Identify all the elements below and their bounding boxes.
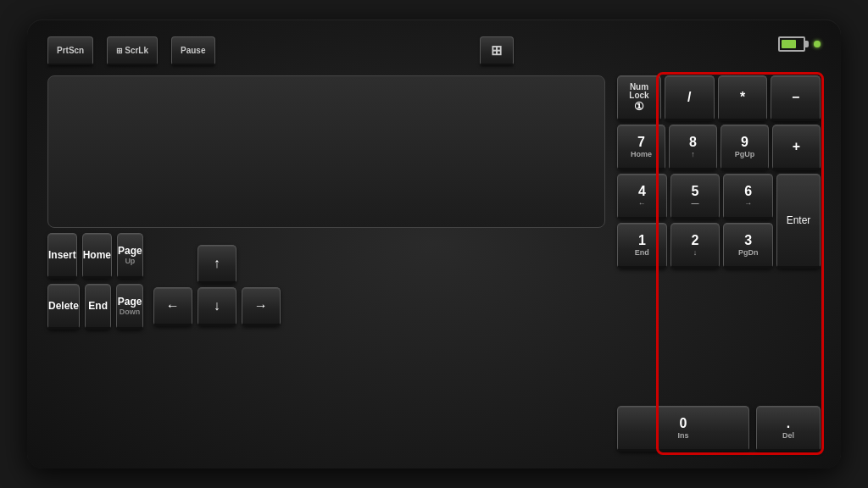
numpad-decimal-key[interactable]: . Del [756,406,821,452]
numpad-multiply-key[interactable]: * [718,75,768,121]
nav-cluster: Insert Home Page Up Delete [47,233,143,330]
numpad-1-key[interactable]: 1 End [617,223,667,269]
top-right-indicators [778,36,821,52]
arrow-keys: ↑ ← ↓ → [153,245,281,330]
numpad-plus-key[interactable]: + [772,125,821,170]
numpad: Num Lock ① / * − 7 Home [617,75,821,452]
numpad-minus-key[interactable]: − [771,75,821,121]
calculator-key[interactable]: ⊞ [480,36,514,65]
numpad-2-key[interactable]: 2 ↓ [670,223,721,269]
insert-key[interactable]: Insert [47,233,77,279]
numpad-zero-row: 0 Ins . Del [617,406,821,452]
home-key[interactable]: Home [82,233,112,279]
pageup-key[interactable]: Page Up [117,233,143,279]
numpad-8-key[interactable]: 8 ↑ [669,125,717,170]
delete-key[interactable]: Delete [47,284,80,330]
numpad-789-row: 7 Home 8 ↑ 9 PgUp + [617,125,821,170]
numpad-4-key[interactable]: 4 ← [617,174,667,219]
numpad-3-key[interactable]: 3 PgDn [723,223,773,269]
numpad-456-row: 4 ← 5 — 6 → [617,174,773,219]
battery-indicator [778,36,805,52]
top-row: PrtScn ⊞ ScrLk Pause ⊞ [47,36,821,70]
power-led [814,41,821,47]
numpad-0-key[interactable]: 0 Ins [617,406,749,452]
top-left-keys: PrtScn ⊞ ScrLk Pause [47,36,215,65]
right-arrow-key[interactable]: → [242,287,281,326]
numpad-divide-key[interactable]: / [665,75,715,121]
pagedown-key[interactable]: Page Down [116,284,142,330]
arrow-up-row: ↑ [153,245,281,284]
end-key[interactable]: End [85,284,111,330]
numpad-9-key[interactable]: 9 PgUp [721,125,769,170]
keyboard-left: Insert Home Page Up Delete [47,75,605,452]
main-keyboard-area: Insert Home Page Up Delete [47,75,821,452]
battery-fill [782,40,796,48]
main-key-block [47,75,605,228]
numpad-7-key[interactable]: 7 Home [617,125,665,170]
scrlk-key[interactable]: ⊞ ScrLk [107,36,158,65]
up-arrow-key[interactable]: ↑ [198,245,236,284]
left-main: Insert Home Page Up Delete [47,233,605,330]
numpad-456-and-123: 4 ← 5 — 6 → [617,174,773,402]
left-arrow-key[interactable]: ← [153,287,192,326]
numpad-456-enter-wrapper: 4 ← 5 — 6 → [617,174,821,402]
down-arrow-key[interactable]: ↓ [198,287,236,326]
keyboard: PrtScn ⊞ ScrLk Pause ⊞ [27,19,841,469]
numpad-top-row: Num Lock ① / * − [617,75,821,121]
numpad-6-key[interactable]: 6 → [723,174,773,219]
prtscn-key[interactable]: PrtScn [47,36,93,65]
calculator-area: ⊞ [480,36,514,65]
pause-key[interactable]: Pause [171,36,214,65]
numlock-key[interactable]: Num Lock ① [617,75,661,121]
nav-row-1: Insert Home Page Up [47,233,143,279]
numpad-5-key[interactable]: 5 — [670,174,721,219]
nav-row-2: Delete End Page Down [47,284,143,330]
arrow-bottom-row: ← ↓ → [153,287,281,326]
numpad-enter-key[interactable]: Enter [776,174,821,269]
numpad-123-row: 1 End 2 ↓ 3 PgDn [617,223,773,269]
